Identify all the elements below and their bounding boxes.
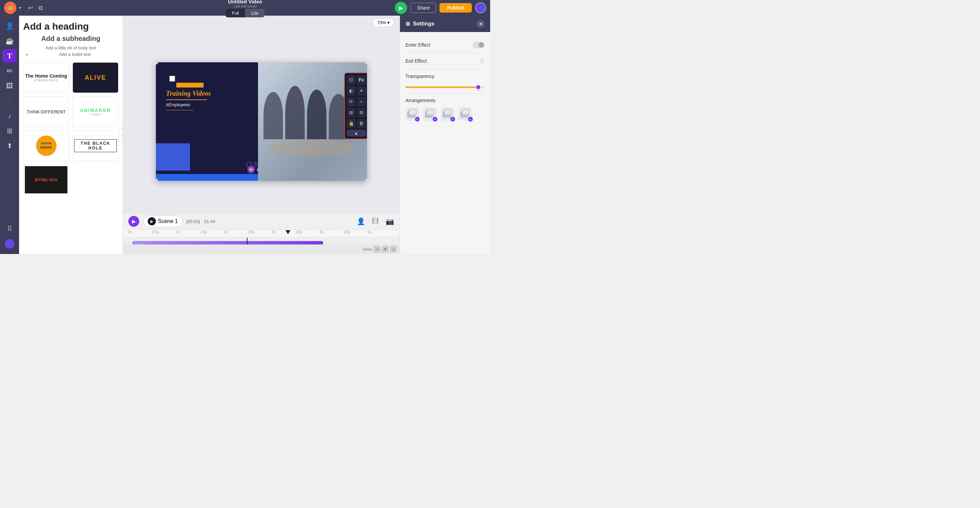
exit-effect-none-icon: ⊘ — [479, 57, 485, 65]
style-card-homecoming[interactable]: The Home Coming #TRUESTORY — [23, 62, 69, 93]
topbar: 🐵 ▾ ↩ ⧉ Untitled Video Last edit saved F… — [0, 0, 490, 16]
character-icon[interactable]: 👤 — [357, 217, 365, 225]
style-card-pixel[interactable]: BITXEL 2010 — [23, 164, 69, 195]
app-logo[interactable]: 🐵 — [4, 2, 16, 14]
topbar-center: Untitled Video Last edit saved Full Lite — [226, 0, 264, 18]
collapse-panel-button[interactable]: ‹ — [118, 128, 123, 142]
topbar-actions: ↩ ⧉ — [27, 3, 44, 13]
exit-effect-label: Exit Effect — [406, 58, 427, 64]
scene-label: Scene 1 — [158, 218, 178, 225]
crop-button[interactable]: ⊡ — [347, 75, 356, 85]
lite-mode-button[interactable]: Lite — [245, 9, 264, 18]
zoom-out-button[interactable]: − — [374, 246, 380, 253]
delete-button[interactable]: 🗑 — [357, 119, 366, 128]
timeline-needle — [288, 230, 290, 234]
timeline-play-button[interactable]: ▶ — [128, 216, 139, 227]
filmstrip-icon[interactable]: 🎞 — [372, 217, 379, 225]
sidebar-item-music[interactable]: ♪ — [3, 109, 16, 123]
color-adjust-button[interactable]: ◐ — [347, 86, 356, 96]
half-button[interactable]: ▪ — [357, 97, 366, 107]
toolbar-row-4: ⊞ ⚙ — [347, 108, 366, 118]
track-clip-main[interactable]: ← — [132, 241, 323, 244]
fx-button[interactable]: Fx — [357, 75, 366, 85]
card-justin-content: JUSTIN BIEBER — [36, 135, 57, 156]
ruler-mark-3s: 3s — [272, 230, 276, 234]
bullet-placeholder[interactable]: Add a bullet text — [31, 52, 118, 57]
lock-button[interactable]: 🔒 — [347, 119, 356, 128]
settings-gear-icon: ⚙ — [406, 21, 410, 27]
scene-1-pill[interactable]: ▶ Scene 1 — [143, 215, 183, 227]
style-card-think-different[interactable]: THINK/DIFFERENT — [23, 96, 69, 127]
sidebar-item-video[interactable]: ⬛ — [3, 94, 16, 108]
toolbar-row-3: ⟳ ▪ — [347, 97, 366, 107]
sidebar-item-profile[interactable]: 👤 — [3, 19, 16, 33]
resize-handle-tr[interactable] — [365, 62, 367, 64]
style-card-animaker[interactable]: ANIMAKER TIMES — [73, 96, 118, 127]
share-button[interactable]: Share — [410, 3, 436, 13]
arrangements-section: Arrangements + — [406, 94, 485, 126]
flip-button[interactable]: ⟳ — [347, 97, 356, 107]
enter-effect-label: Enter Effect — [406, 42, 430, 48]
resize-handle-br[interactable] — [365, 179, 367, 181]
card-pixel-content: BITXEL 2010 — [25, 166, 67, 193]
style-card-justin[interactable]: JUSTIN BIEBER — [23, 131, 69, 161]
zoom-in-button[interactable]: + — [382, 246, 389, 253]
arrangement-send-backward[interactable]: + — [423, 107, 437, 122]
sidebar-item-apps[interactable]: ⠿ — [3, 222, 16, 236]
canvas-frame[interactable]: Training Videos #Employees ONBO 🐵 Animak… — [156, 62, 367, 181]
sidebar-item-text[interactable]: T — [3, 49, 16, 63]
settings-ft-button[interactable]: ⚙ — [357, 108, 366, 118]
timeline-ruler: 0s 0.5s 1s 1.5s 2s 2.5s 3s 3.5s 4s 4.5s … — [123, 229, 399, 238]
sidebar-item-user-profile[interactable]: 👤 — [3, 237, 16, 251]
sidebar-item-upload[interactable]: ⬆ — [3, 139, 16, 153]
sidebar-item-image[interactable]: 🖼 — [3, 79, 16, 92]
last-edit-label: Last edit saved — [234, 5, 256, 8]
sidebar-item-background[interactable]: BG — [3, 64, 16, 78]
subheading-placeholder[interactable]: Add a subheading — [23, 35, 118, 43]
arrangement-bring-forward[interactable]: + — [441, 107, 454, 122]
arrangement-bring-front[interactable]: + — [458, 107, 472, 122]
publish-button[interactable]: Publish — [439, 3, 472, 13]
homecoming-sub: #TRUESTORY — [34, 79, 58, 82]
bring-forward-plus: + — [450, 117, 455, 121]
layer-fw-3 — [444, 109, 452, 115]
video-icon: ⬛ — [7, 98, 13, 104]
heading-placeholder[interactable]: Add a heading — [23, 21, 118, 32]
resize-button[interactable]: ⊞ — [347, 108, 356, 118]
scatter-button[interactable]: ✦ — [357, 86, 366, 96]
close-settings-button[interactable]: ✕ — [477, 20, 485, 28]
subtext: #Employees — [166, 102, 211, 107]
user-avatar[interactable]: 👤 — [475, 2, 486, 13]
body-text-placeholder[interactable]: Add a little bit of body text — [23, 45, 118, 50]
ruler-mark-45s: 4.5s — [344, 230, 350, 234]
scroll-right-button[interactable]: › — [390, 246, 397, 253]
pixel-text: BITXEL 2010 — [35, 178, 57, 182]
card-animaker-content: ANIMAKER TIMES — [80, 108, 111, 116]
timeline-scroll: Zoom − + › — [123, 244, 399, 254]
transparency-slider[interactable] — [406, 86, 485, 88]
resize-handle-bl[interactable] — [156, 179, 158, 181]
style-card-alive[interactable]: ALIVE — [73, 62, 118, 93]
animaker-sub: TIMES — [89, 113, 101, 116]
zoom-value: 73% — [377, 20, 386, 25]
duplicate-button[interactable]: ⧉ — [37, 3, 44, 13]
arrangements-label: Arrangements — [406, 98, 485, 103]
full-mode-button[interactable]: Full — [226, 9, 245, 18]
canvas-wrapper: Training Videos #Employees ONBO 🐵 Animak… — [123, 30, 399, 213]
preview-play-button[interactable]: ▶ — [395, 2, 407, 14]
undo-button[interactable]: ↩ — [27, 3, 34, 13]
sidebar-item-effects[interactable]: ⊞ — [3, 124, 16, 137]
camera-icon[interactable]: 📷 — [386, 217, 394, 225]
needle-line — [247, 238, 247, 244]
zoom-control[interactable]: 73% ▾ — [373, 18, 394, 27]
project-title: Untitled Video — [228, 0, 262, 5]
settings-title: ⚙ Settings — [406, 21, 434, 27]
enter-effect-toggle[interactable] — [473, 41, 485, 48]
toolbar-collapse-button[interactable]: ▲ — [347, 130, 366, 137]
resize-handle-tl[interactable] — [156, 62, 158, 64]
sidebar-item-coffee[interactable]: ☕ — [3, 34, 16, 48]
arrangement-send-back[interactable]: + — [406, 107, 419, 122]
table-shape — [269, 139, 356, 157]
style-card-blackhole[interactable]: THE BLACK HOLE — [73, 131, 118, 161]
logo-caret[interactable]: ▾ — [19, 5, 21, 10]
